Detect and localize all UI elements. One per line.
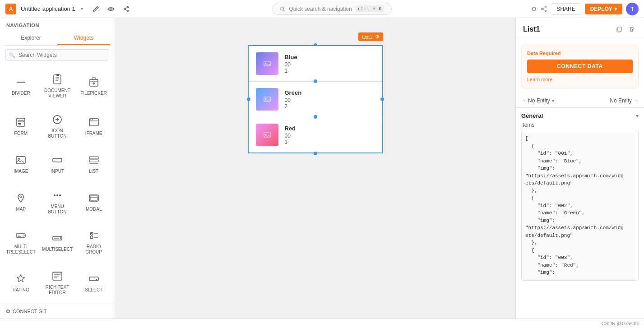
widget-radio-group[interactable]: RADIO GROUP — [76, 223, 111, 262]
widget-form[interactable]: FORM — [4, 107, 38, 146]
app-title: Untitled application 1 — [21, 5, 75, 12]
svg-point-1 — [127, 6, 129, 7]
widget-menu-button[interactable]: MENU BUTTON — [40, 182, 75, 221]
preview-icon-btn[interactable] — [105, 3, 117, 15]
list-widget-wrapper: List1 ⚙ Blue 00 — [248, 45, 383, 153]
resize-handle-bottom[interactable] — [314, 152, 317, 155]
widget-modal[interactable]: MODAL — [76, 182, 111, 221]
svg-line-7 — [283, 10, 285, 11]
search-pill[interactable]: Quick search & navigation ctrl + K — [272, 3, 391, 15]
svg-point-39 — [54, 194, 56, 196]
search-wrap — [5, 49, 109, 61]
tab-widgets[interactable]: Widgets — [57, 32, 110, 45]
list-item-sub1-green: 00 — [285, 97, 375, 103]
svg-point-2 — [124, 8, 125, 9]
list-item-img-red — [256, 124, 278, 146]
list-icon — [87, 153, 101, 167]
share-network-icon — [541, 6, 547, 12]
entity-no-entity-label: No Entity — [528, 97, 550, 104]
svg-point-52 — [90, 236, 93, 239]
select-label: SELECT — [85, 287, 102, 293]
input-label: INPUT — [51, 169, 64, 174]
right-panel-title: List1 — [523, 25, 540, 33]
copy-icon-btn[interactable] — [614, 24, 624, 34]
app-logo: A — [5, 4, 16, 14]
svg-point-3 — [127, 10, 129, 12]
icon-button-icon — [51, 113, 64, 126]
svg-rect-44 — [16, 234, 25, 237]
map-icon — [14, 191, 28, 205]
items-code-box[interactable]: [ { "id": "001", "name": "Blue", "img": … — [521, 131, 639, 281]
tab-explorer[interactable]: Explorer — [5, 32, 57, 45]
list-item-name-red: Red — [285, 125, 375, 132]
learn-more-link[interactable]: Learn more — [527, 77, 552, 82]
svg-rect-58 — [89, 277, 98, 281]
list-item-blue[interactable]: Blue 00 1 — [249, 46, 382, 82]
svg-rect-35 — [89, 160, 98, 162]
widget-document-viewer[interactable]: DOCUMENT VIEWER — [40, 66, 75, 105]
divider-icon — [14, 75, 28, 89]
menu-button-label: MENU BUTTON — [42, 204, 73, 215]
widget-iframe[interactable]: IFRAME — [76, 107, 111, 146]
share-button[interactable]: SHARE — [551, 3, 581, 15]
svg-rect-42 — [90, 196, 97, 200]
svg-point-62 — [265, 98, 266, 100]
form-icon — [14, 115, 28, 129]
list-item-sub2-green: 2 — [285, 103, 375, 110]
edit-icon-btn[interactable] — [89, 3, 102, 15]
connect-git-button[interactable]: CONNECT GIT — [6, 309, 47, 314]
right-panel: List1 Data Required CONNECT DATA Learn m… — [515, 18, 644, 319]
settings-icon[interactable]: ⚙ — [531, 5, 537, 13]
user-avatar: T — [626, 3, 639, 15]
sidebar-header: NAVIGATION — [0, 18, 115, 32]
share-widget-icon-btn[interactable] — [120, 3, 133, 15]
multi-treeselect-icon — [14, 229, 28, 242]
svg-rect-20 — [17, 118, 25, 126]
delete-icon-btn[interactable] — [627, 24, 637, 34]
svg-point-28 — [90, 120, 91, 120]
widget-list[interactable]: LIST — [76, 147, 111, 180]
list-item-red[interactable]: Red 00 3 — [249, 117, 382, 152]
list-item-green[interactable]: Green 00 2 — [249, 82, 382, 117]
data-required-label: Data Required — [527, 51, 633, 56]
widget-filepicker[interactable]: FILEPICKER — [76, 66, 111, 105]
rich-text-editor-label: RICH TEXT EDITOR — [42, 285, 73, 296]
widget-search-area — [0, 46, 115, 65]
widget-input[interactable]: INPUT — [40, 147, 75, 180]
deploy-button[interactable]: DEPLOY ▾ — [585, 4, 622, 14]
topbar-actions — [89, 3, 133, 15]
general-section-chevron: ▾ — [636, 113, 639, 119]
list-item-info-blue: Blue 00 1 — [285, 54, 375, 74]
connect-data-button[interactable]: CONNECT DATA — [527, 60, 633, 73]
data-required-box: Data Required CONNECT DATA Learn more — [521, 45, 639, 88]
widget-map[interactable]: MAP — [4, 182, 38, 221]
widget-divider[interactable]: DIVIDER — [4, 66, 38, 105]
widget-multiselect[interactable]: MULTISELECT — [40, 223, 75, 262]
svg-rect-30 — [16, 157, 25, 164]
entity-row: → No Entity ▾ No Entity → — [516, 94, 644, 108]
svg-point-9 — [542, 8, 543, 9]
widget-rich-text-editor[interactable]: RICH TEXT EDITOR — [40, 263, 75, 302]
widget-image[interactable]: IMAGE — [4, 147, 38, 180]
list-item-sub1-red: 00 — [285, 133, 375, 139]
list-widget-badge[interactable]: List1 ⚙ — [358, 32, 383, 41]
entity-left-arrow-icon: → — [521, 98, 526, 103]
iframe-icon — [87, 115, 101, 129]
general-section-header[interactable]: General ▾ — [516, 108, 644, 122]
widget-icon-button[interactable]: ICON BUTTON — [40, 107, 75, 146]
search-pill-icon — [280, 6, 285, 12]
widget-select[interactable]: SELECT — [76, 263, 111, 302]
svg-point-60 — [265, 63, 266, 64]
list-settings-icon[interactable]: ⚙ — [375, 34, 380, 40]
entity-right: No Entity → — [610, 97, 639, 104]
filepicker-label: FILEPICKER — [80, 91, 107, 96]
items-label: Items — [521, 122, 639, 128]
widget-rating[interactable]: RATING — [4, 263, 38, 302]
image-icon — [14, 153, 28, 167]
entity-chevron-icon[interactable]: ▾ — [552, 98, 554, 103]
search-input[interactable] — [5, 49, 109, 61]
title-dropdown-icon[interactable]: ▾ — [81, 6, 83, 11]
list-item-info-green: Green 00 2 — [285, 89, 375, 110]
modal-icon — [87, 191, 101, 205]
widget-multi-treeselect[interactable]: MULTI TREESELECT — [4, 223, 38, 262]
